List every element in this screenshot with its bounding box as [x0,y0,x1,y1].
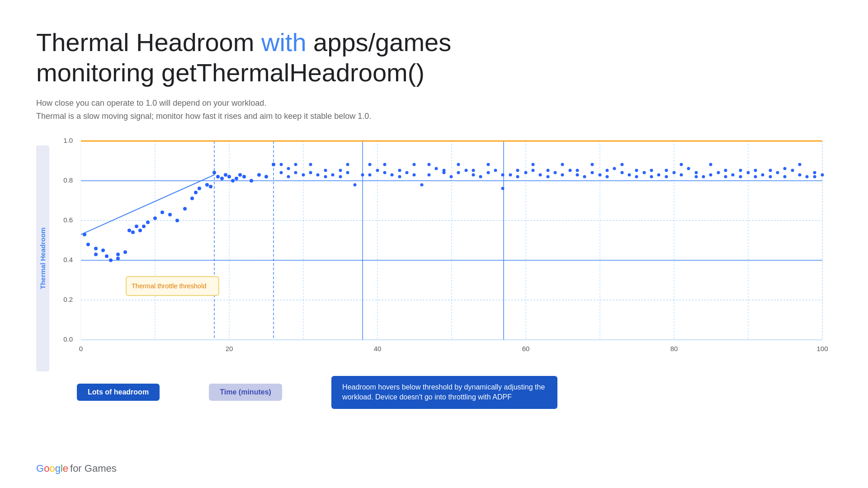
svg-point-123 [650,169,653,172]
svg-point-64 [227,175,231,178]
svg-point-127 [680,173,683,176]
svg-point-63 [224,173,227,177]
svg-point-109 [547,175,550,178]
svg-point-132 [717,171,720,174]
svg-point-48 [142,225,146,228]
svg-point-155 [383,163,387,166]
svg-point-91 [413,173,416,176]
svg-point-100 [479,175,482,178]
svg-point-94 [435,167,438,170]
svg-point-154 [368,173,372,176]
svg-point-74 [287,167,290,170]
svg-point-161 [472,169,475,172]
svg-point-57 [198,187,201,190]
svg-point-51 [160,211,164,214]
svg-point-75 [294,171,297,174]
svg-text:0.8: 0.8 [63,176,73,184]
svg-point-149 [294,163,297,166]
svg-point-77 [309,171,312,174]
svg-point-138 [761,173,764,176]
svg-point-181 [769,169,772,172]
svg-point-142 [791,169,794,172]
svg-point-120 [628,173,631,176]
google-logo-text: Google [36,463,68,474]
svg-point-72 [272,163,275,166]
svg-point-124 [657,173,660,176]
svg-point-148 [287,175,290,178]
svg-point-34 [83,233,86,236]
svg-text:40: 40 [374,345,382,352]
svg-point-143 [798,173,802,176]
svg-point-102 [494,169,497,172]
svg-point-169 [591,163,594,166]
svg-point-146 [821,173,824,176]
svg-point-80 [331,173,335,176]
svg-point-53 [175,219,179,222]
svg-text:1.0: 1.0 [63,136,73,144]
svg-point-39 [105,254,108,258]
svg-point-131 [709,173,712,176]
svg-point-156 [398,169,401,172]
chart-wrapper: Thermal Headroom 1.0 0.8 0.6 0.4 0.2 0.0 [36,136,832,371]
svg-point-135 [739,175,742,178]
svg-point-150 [309,163,312,166]
svg-point-110 [554,171,557,174]
svg-point-59 [209,185,212,188]
svg-point-65 [231,179,235,183]
svg-point-83 [354,183,357,186]
svg-point-115 [591,171,594,174]
svg-point-97 [457,171,460,174]
svg-point-168 [576,169,579,172]
svg-point-182 [783,175,787,178]
svg-point-103 [501,187,505,190]
svg-point-111 [561,163,564,166]
svg-text:20: 20 [226,345,233,352]
svg-point-173 [650,175,653,178]
svg-point-56 [194,191,198,194]
svg-point-38 [101,249,105,252]
svg-point-79 [324,175,327,178]
chart-svg: 1.0 0.8 0.6 0.4 0.2 0.0 [54,136,831,371]
svg-point-178 [724,175,727,178]
subtitle: How close you can operate to 1.0 will de… [36,97,832,123]
svg-point-180 [754,175,757,178]
title-highlight: with [261,28,307,56]
svg-point-60 [212,171,216,174]
svg-point-133 [724,169,727,172]
svg-point-106 [524,171,528,174]
svg-point-140 [776,171,779,174]
google-logo: Google for Games [36,463,117,474]
svg-text:0.4: 0.4 [63,256,73,263]
svg-point-40 [109,258,113,262]
svg-point-170 [606,175,609,178]
svg-point-54 [183,207,187,211]
svg-point-136 [747,171,750,174]
svg-point-113 [576,173,579,176]
subtitle-line1: How close you can operate to 1.0 will de… [36,97,832,110]
svg-point-89 [398,175,401,178]
svg-point-134 [731,173,735,176]
svg-point-129 [695,171,698,174]
svg-point-69 [250,179,253,183]
title-line2: monitoring getThermalHeadroom() [36,58,425,87]
svg-point-82 [346,171,349,174]
svg-point-167 [561,173,564,176]
svg-point-107 [532,169,535,172]
svg-point-52 [168,213,172,216]
svg-point-144 [806,175,809,178]
svg-point-175 [680,163,683,166]
svg-point-45 [131,230,135,234]
svg-text:80: 80 [670,345,678,352]
svg-point-104 [509,173,512,176]
svg-text:0.2: 0.2 [63,296,73,303]
svg-text:0.0: 0.0 [63,335,73,343]
svg-text:100: 100 [816,345,828,352]
lots-headroom-label: Lots of headroom [77,384,160,401]
svg-point-70 [257,173,261,177]
svg-point-86 [376,169,379,172]
svg-point-88 [391,173,394,176]
title-part1: Thermal Headroom [36,28,261,56]
svg-point-141 [783,167,787,170]
svg-point-116 [599,173,602,176]
svg-point-117 [606,169,609,172]
